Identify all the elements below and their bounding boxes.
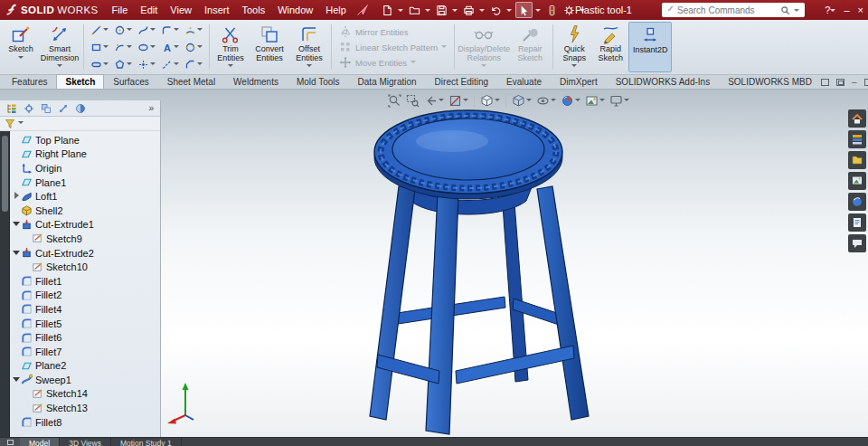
expander-icon[interactable] <box>12 248 21 259</box>
text-tool[interactable]: A <box>159 39 181 55</box>
chevron-down-icon[interactable] <box>535 9 541 14</box>
menu-window[interactable]: Window <box>271 0 319 20</box>
chevron-down-icon[interactable] <box>425 9 430 14</box>
chevron-down-icon[interactable] <box>481 64 486 70</box>
print-icon[interactable] <box>461 2 476 18</box>
chevron-down-icon[interactable] <box>599 99 605 104</box>
file-explorer-tab[interactable] <box>848 151 866 169</box>
open-folder-icon[interactable] <box>407 2 422 18</box>
chevron-down-icon[interactable] <box>127 28 132 33</box>
save-icon[interactable] <box>434 2 449 18</box>
chevron-down-icon[interactable] <box>307 64 312 70</box>
chevron-down-icon[interactable] <box>150 45 156 51</box>
chevron-down-icon[interactable] <box>452 9 458 14</box>
chevron-down-icon[interactable] <box>228 64 233 70</box>
doc-minimize-icon[interactable]: – <box>852 76 857 89</box>
split-pane-icon[interactable] <box>836 79 844 86</box>
rebuild-icon[interactable] <box>544 2 560 18</box>
chevron-down-icon[interactable] <box>103 28 108 33</box>
view-palette-tab[interactable] <box>848 172 866 190</box>
appearances-tab[interactable] <box>848 193 866 211</box>
chevron-down-icon[interactable] <box>174 45 179 51</box>
tab-solidworks-mbd[interactable]: SOLIDWORKS MBD <box>719 74 821 89</box>
configurationmanager-tab-icon[interactable] <box>41 103 52 114</box>
tree-item-fillet8[interactable]: Fillet8 <box>12 415 160 430</box>
dimxpertmanager-tab-icon[interactable] <box>58 103 69 114</box>
previous-view-button[interactable] <box>423 93 445 109</box>
quick-snaps-button[interactable]: Quick Snaps <box>556 22 592 72</box>
view-settings-button[interactable] <box>609 93 630 109</box>
circle-tool[interactable] <box>112 22 134 38</box>
tab-motion-study-1[interactable]: Motion Study 1 <box>111 438 182 446</box>
tab-dimxpert[interactable]: DimXpert <box>551 74 607 89</box>
tab-solidworks-add-ins[interactable]: SOLIDWORKS Add-Ins <box>607 74 719 89</box>
tree-item-fillet5[interactable]: Fillet5 <box>12 317 160 331</box>
tab-data-migration[interactable]: Data Migration <box>349 74 426 89</box>
trim-entities-button[interactable]: Trim Entities <box>212 22 249 72</box>
tree-item-shell2[interactable]: Shell2 <box>12 204 160 218</box>
centerline-tool[interactable] <box>159 56 181 72</box>
view-layout-icon[interactable] <box>0 438 20 446</box>
tree-scrollbar[interactable] <box>0 131 10 437</box>
search-commands-box[interactable] <box>662 3 805 17</box>
three-point-arc-tool[interactable] <box>183 22 204 38</box>
menu-edit[interactable]: Edit <box>134 0 164 20</box>
tree-item-sketch14[interactable]: Sketch14 <box>23 387 160 402</box>
tree-item-fillet6[interactable]: Fillet6 <box>12 330 160 345</box>
chevron-down-icon[interactable] <box>57 64 62 70</box>
chevron-down-icon[interactable] <box>174 62 179 68</box>
featuremanager-tab-icon[interactable] <box>6 103 17 114</box>
tree-item-cut-extrude1[interactable]: Cut-Extrude1 <box>12 218 160 232</box>
tab-mold-tools[interactable]: Mold Tools <box>288 74 349 89</box>
design-library-tab[interactable] <box>848 130 866 148</box>
new-document-icon[interactable] <box>380 2 395 18</box>
convert-entities-button[interactable]: Convert Entities <box>249 22 290 72</box>
hide-show-items-button[interactable] <box>535 93 557 109</box>
chevron-down-icon[interactable] <box>197 62 203 68</box>
expand-tabs-icon[interactable]: » <box>148 103 154 113</box>
select-cursor-icon[interactable] <box>515 2 533 18</box>
chevron-down-icon[interactable] <box>127 45 132 51</box>
chevron-down-icon[interactable] <box>103 62 108 68</box>
chevron-down-icon[interactable] <box>495 99 500 104</box>
tree-item-right-plane[interactable]: Right Plane <box>12 147 160 162</box>
offset-entities-button[interactable]: Offset Entities <box>290 22 328 72</box>
repair-sketch-button[interactable]: Repair Sketch <box>510 22 550 72</box>
chevron-down-icon[interactable] <box>830 9 835 14</box>
tree-item-cut-extrude2[interactable]: Cut-Extrude2 <box>12 246 160 261</box>
chevron-down-icon[interactable] <box>150 62 156 68</box>
chevron-down-icon[interactable] <box>127 62 132 68</box>
menu-help[interactable]: Help <box>319 0 353 20</box>
propertymanager-tab-icon[interactable] <box>24 103 34 114</box>
tree-item-plane2[interactable]: Plane2 <box>12 359 160 374</box>
section-view-button[interactable] <box>448 93 469 109</box>
linear-sketch-pattern-button[interactable]: Linear Sketch Pattern <box>339 41 447 53</box>
chevron-down-icon[interactable] <box>624 99 629 104</box>
chevron-down-icon[interactable] <box>526 99 532 104</box>
chevron-down-icon[interactable] <box>439 99 444 104</box>
ellipse-tool[interactable] <box>136 39 157 55</box>
chevron-down-icon[interactable] <box>174 28 179 33</box>
scrollbar-thumb[interactable] <box>2 136 8 212</box>
tree-item-fillet7[interactable]: Fillet7 <box>12 345 160 359</box>
zoom-to-area-button[interactable] <box>405 93 420 109</box>
tree-item-fillet1[interactable]: Fillet1 <box>12 274 160 289</box>
menu-insert[interactable]: Insert <box>198 0 236 20</box>
chevron-down-icon[interactable] <box>794 9 799 14</box>
smart-dimension-button[interactable]: Smart Dimension <box>39 22 80 72</box>
centerpoint-arc-tool[interactable] <box>112 39 134 55</box>
tree-item-sketch9[interactable]: Sketch9 <box>23 232 160 246</box>
search-input[interactable] <box>677 5 778 15</box>
chevron-down-icon[interactable] <box>410 61 416 66</box>
tree-item-origin[interactable]: Origin <box>12 161 160 176</box>
menu-tools[interactable]: Tools <box>235 0 271 20</box>
chevron-down-icon[interactable] <box>479 9 485 14</box>
chevron-down-icon[interactable] <box>506 9 512 14</box>
perimeter-circle-tool[interactable] <box>183 39 204 55</box>
sketch-button[interactable]: Sketch <box>3 22 39 72</box>
chevron-down-icon[interactable] <box>551 99 556 104</box>
rocket-icon[interactable] <box>356 4 369 16</box>
menu-file[interactable]: File <box>106 0 135 20</box>
tab-features[interactable]: Features <box>3 74 56 89</box>
sketch-fillet-tool[interactable] <box>159 22 181 38</box>
